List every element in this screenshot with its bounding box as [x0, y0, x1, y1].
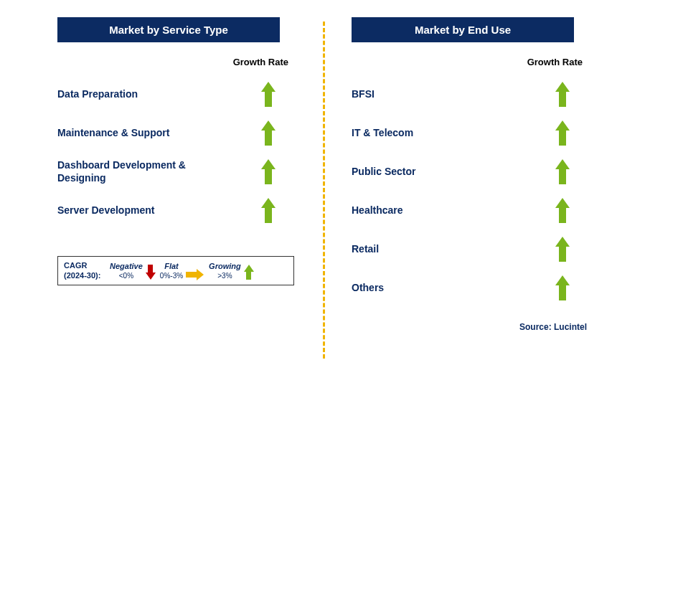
item-label: Dashboard Development & Designing: [57, 158, 215, 184]
legend-title: CAGR (2024-30):: [64, 261, 105, 280]
legend-box: CAGR (2024-30): Negative <0% Flat 0%-3%: [57, 256, 294, 285]
list-item: Server Development: [57, 193, 301, 227]
growth-header-right: Growth Rate: [527, 57, 583, 67]
arrow-up-icon: [555, 159, 570, 184]
arrow-up-icon: [261, 82, 276, 106]
panel-service-type: Market by Service Type Growth Rate Data …: [57, 17, 301, 332]
arrow-up-icon: [555, 82, 570, 106]
list-item: Dashboard Development & Designing: [57, 154, 301, 189]
panel-divider: [323, 22, 325, 359]
legend-growing-range: >3%: [217, 271, 232, 280]
item-label: BFSI: [352, 87, 375, 100]
item-label: Retail: [352, 242, 379, 255]
main-container: Market by Service Type Growth Rate Data …: [0, 0, 678, 332]
list-item: BFSI: [352, 77, 595, 111]
item-label: Public Sector: [352, 165, 415, 178]
legend-flat: Flat 0%-3%: [160, 261, 204, 280]
panel-header-end-use: Market by End Use: [352, 17, 574, 42]
arrow-up-icon: [244, 265, 254, 280]
growth-header-row-left: Growth Rate: [57, 55, 301, 68]
legend-growing-label: Growing: [209, 261, 241, 271]
legend-negative-label: Negative: [110, 261, 143, 271]
item-label: Server Development: [57, 204, 154, 217]
list-item: Public Sector: [352, 154, 595, 189]
arrow-up-icon: [261, 159, 276, 184]
list-item: IT & Telecom: [352, 115, 595, 150]
list-item: Healthcare: [352, 193, 595, 227]
legend-flat-label: Flat: [164, 261, 179, 271]
legend-flat-range: 0%-3%: [160, 271, 183, 280]
arrow-up-icon: [261, 198, 276, 222]
arrow-down-icon: [146, 265, 156, 280]
arrow-up-icon: [555, 198, 570, 222]
source-label: Source: Lucintel: [352, 322, 595, 332]
item-label: IT & Telecom: [352, 126, 413, 139]
legend-title-line1: CAGR: [64, 261, 87, 270]
growth-header-row-right: Growth Rate: [352, 55, 595, 68]
arrow-up-icon: [555, 120, 570, 145]
list-item: Data Preparation: [57, 77, 301, 111]
legend-growing: Growing >3%: [209, 261, 254, 280]
panel-end-use: Market by End Use Growth Rate BFSI IT & …: [352, 17, 595, 332]
item-label: Healthcare: [352, 204, 403, 217]
legend-title-line2: (2024-30):: [64, 271, 100, 280]
growth-header-left: Growth Rate: [233, 57, 288, 67]
panel-header-service-type: Market by Service Type: [57, 17, 280, 42]
arrow-right-icon: [186, 269, 204, 280]
item-label: Maintenance & Support: [57, 126, 169, 139]
legend-negative-range: <0%: [119, 271, 133, 280]
list-item: Retail: [352, 232, 595, 266]
legend-negative: Negative <0%: [110, 261, 156, 280]
list-item: Others: [352, 270, 595, 305]
arrow-up-icon: [555, 275, 570, 300]
item-label: Others: [352, 281, 384, 294]
item-label: Data Preparation: [57, 87, 138, 100]
list-item: Maintenance & Support: [57, 115, 301, 150]
arrow-up-icon: [261, 120, 276, 145]
arrow-up-icon: [555, 237, 570, 261]
